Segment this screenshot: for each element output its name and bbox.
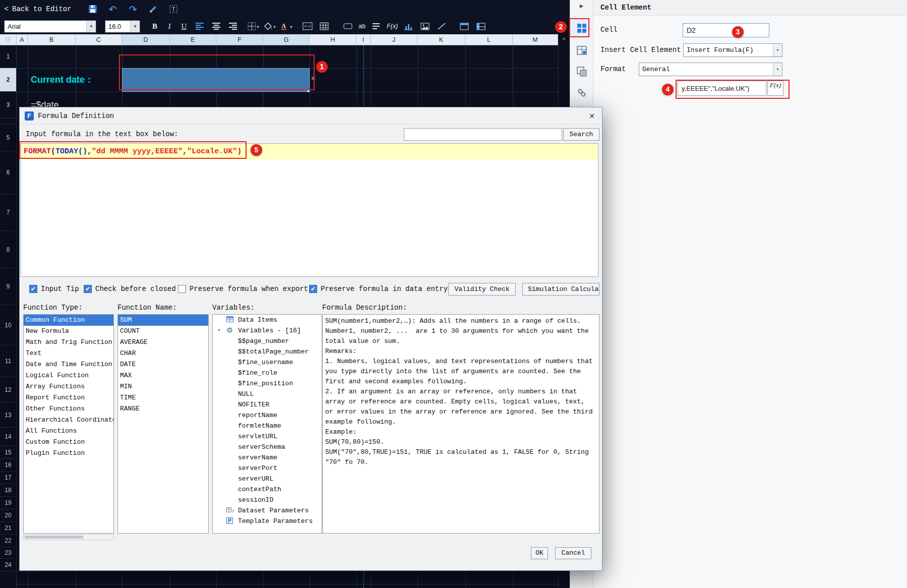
function-name-list[interactable]: SUMCOUNTAVERAGECHARDATEMAXMINTIMERANGE — [117, 314, 209, 534]
cell-element-tab[interactable] — [572, 19, 591, 37]
function-type-item[interactable]: Text — [24, 348, 113, 359]
back-to-editor-button[interactable]: < Back to Editor — [4, 5, 72, 14]
merge-cells-button[interactable] — [301, 20, 314, 32]
function-type-item[interactable]: Logical Function — [24, 370, 113, 381]
open-formula-editor-button[interactable]: F(x) — [767, 81, 783, 96]
font-color-button[interactable]: A▾ — [281, 20, 293, 32]
variable-item[interactable]: $$page_number — [213, 336, 322, 346]
line-button[interactable] — [436, 20, 448, 32]
bold-button[interactable]: B — [150, 22, 160, 31]
variable-item[interactable]: NULL — [213, 389, 322, 399]
variable-item[interactable]: reportName — [213, 410, 322, 421]
expander-icon[interactable]: ▾ — [218, 325, 220, 336]
cancel-button[interactable]: Cancel — [555, 547, 591, 559]
cell-attributes-tab[interactable] — [572, 41, 591, 60]
row-header-16[interactable]: 16 — [0, 459, 16, 472]
font-family-select[interactable]: Arial ▾ — [4, 20, 96, 33]
aggregate-report-button[interactable] — [475, 20, 487, 32]
function-type-item[interactable]: Custom Function — [24, 437, 113, 448]
row-header-9[interactable]: 9 — [0, 268, 16, 305]
insert-formula-button[interactable]: F(x) — [387, 23, 398, 30]
row-header-24[interactable]: 24 — [0, 559, 16, 571]
text-lines-button[interactable] — [370, 20, 382, 32]
row-header-13[interactable]: 13 — [0, 402, 16, 428]
checkbox-item[interactable]: ✔Check before closed — [84, 283, 176, 295]
undo-icon[interactable]: ↶ — [107, 3, 119, 15]
variable-item[interactable]: serverName — [213, 452, 322, 463]
dialog-title-bar[interactable]: F Formula Definition ✕ — [20, 107, 602, 125]
widget-button[interactable] — [342, 20, 354, 32]
row-header-23[interactable]: 23 — [0, 547, 16, 559]
row-header-17[interactable]: 17 — [0, 472, 16, 484]
variable-item[interactable]: PTemplate Parameters — [213, 516, 322, 526]
checkbox[interactable]: ✔ — [84, 285, 92, 293]
row-header-22[interactable]: 22 — [0, 535, 16, 547]
chart-button[interactable] — [402, 20, 414, 32]
column-header-B[interactable]: B — [28, 34, 76, 45]
row-header-8[interactable]: 8 — [0, 231, 16, 268]
font-size-select[interactable]: 16.0 ▾ — [105, 20, 140, 33]
table-grid-button[interactable] — [318, 20, 330, 32]
italic-button[interactable]: I — [164, 22, 174, 31]
function-type-item[interactable]: Common Function — [24, 315, 113, 326]
column-header-K[interactable]: K — [417, 34, 465, 45]
column-header-E[interactable]: E — [170, 34, 216, 45]
checkbox-item[interactable]: ✔Preserve formula in data entry — [309, 283, 448, 295]
function-type-scrollbar[interactable] — [23, 534, 114, 540]
format-painter-icon[interactable] — [147, 3, 159, 15]
save-icon[interactable] — [87, 3, 99, 15]
function-name-item[interactable]: RANGE — [118, 403, 208, 415]
checkbox[interactable] — [178, 285, 186, 293]
function-type-item[interactable]: All Functions — [24, 426, 113, 437]
validity-check-button[interactable]: Validity Check — [448, 283, 516, 296]
column-header-L[interactable]: L — [465, 34, 513, 45]
edit-selection-icon[interactable]: T — [167, 3, 179, 15]
variable-item[interactable]: serverPort — [213, 463, 322, 474]
checkbox[interactable]: ✔ — [29, 285, 37, 293]
function-type-item[interactable]: Date and Time Function — [24, 359, 113, 370]
column-header-J[interactable]: J — [371, 34, 417, 45]
row-header-12[interactable]: 12 — [0, 377, 16, 402]
variable-item[interactable]: $fine_position — [213, 378, 322, 389]
row-header-14[interactable]: 14 — [0, 428, 16, 446]
cell-b2-label[interactable]: Current date： — [31, 68, 94, 92]
function-type-item[interactable]: Other Functions — [24, 403, 113, 415]
function-type-item[interactable]: New Formula — [24, 326, 113, 337]
redo-icon[interactable]: ↷ — [127, 3, 139, 15]
row-header-1[interactable]: 1 — [0, 45, 16, 68]
report-block-button[interactable] — [458, 20, 470, 32]
checkbox-item[interactable]: ✔Input Tip — [29, 283, 79, 295]
variable-item[interactable]: Data Items — [213, 315, 322, 325]
cell-formula-input[interactable]: y,EEEEE","Locale.UK") — [678, 81, 766, 96]
function-name-item[interactable]: SUM — [118, 315, 208, 326]
image-button[interactable] — [419, 20, 431, 32]
variable-item[interactable]: servletURL — [213, 431, 322, 442]
align-left-button[interactable] — [194, 20, 206, 32]
variable-item[interactable]: NOFILTER — [213, 399, 322, 410]
text-ab-button[interactable]: ab — [358, 23, 366, 30]
row-header-18[interactable]: 18 — [0, 484, 16, 497]
function-type-item[interactable]: Math and Trig Function — [24, 337, 113, 348]
variable-item[interactable]: $$totalPage_number — [213, 346, 322, 357]
variable-item[interactable]: sessionID — [213, 495, 322, 505]
float-element-tab[interactable] — [572, 63, 591, 81]
function-name-item[interactable]: DATE — [118, 359, 208, 370]
cell-close-icon[interactable]: ✕ — [311, 75, 316, 82]
variable-item[interactable]: $fine_role — [213, 368, 322, 378]
scroll-up-icon[interactable]: ^ — [558, 34, 570, 45]
function-type-item[interactable]: Plugin Function — [24, 448, 113, 459]
row-header-5[interactable]: 5 — [0, 124, 16, 151]
scrollbar-thumb[interactable] — [25, 536, 83, 539]
search-button[interactable]: Search — [563, 128, 599, 141]
close-icon[interactable]: ✕ — [589, 112, 595, 120]
column-header-G[interactable]: G — [263, 34, 310, 45]
function-name-item[interactable]: MIN — [118, 381, 208, 392]
function-name-item[interactable]: TIME — [118, 392, 208, 403]
search-input[interactable] — [404, 128, 562, 141]
simulation-calculate-button[interactable]: Simulation Calculat — [522, 283, 599, 296]
row-header-11[interactable]: 11 — [0, 345, 16, 377]
column-header-I[interactable]: I — [356, 34, 371, 45]
collapse-panel-icon[interactable]: ▶ — [570, 0, 593, 9]
variable-item[interactable]: ?Dataset Parameters — [213, 505, 322, 516]
variable-item[interactable]: ▾Variables - [16] — [213, 325, 322, 336]
